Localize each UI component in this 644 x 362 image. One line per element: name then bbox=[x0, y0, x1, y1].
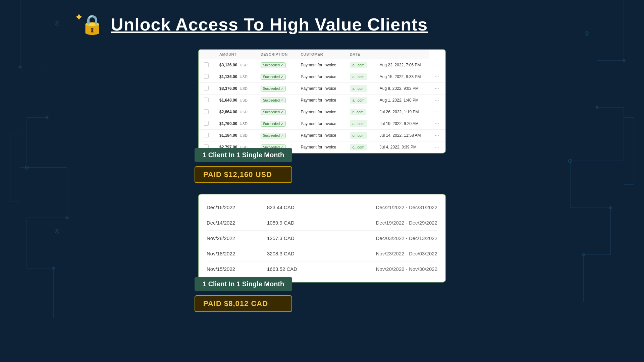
row-status: Succeeded ✓ bbox=[255, 83, 295, 95]
row-date: Jul 4, 2022, 8:39 PM bbox=[374, 141, 429, 153]
row-checkbox[interactable] bbox=[199, 130, 214, 141]
invoice-amount: 823.44 CAD bbox=[267, 204, 334, 210]
lock-icon: 🔒 bbox=[80, 14, 104, 35]
paid-label-2: PAID $8,012 CAD bbox=[195, 295, 292, 312]
row-customer: d...com bbox=[344, 130, 374, 141]
row-customer: a...com bbox=[344, 118, 374, 130]
row-checkbox[interactable] bbox=[199, 118, 214, 130]
row-more[interactable]: ··· bbox=[429, 106, 445, 118]
row-checkbox[interactable] bbox=[199, 106, 214, 118]
table-row: $1,184.00 USD Succeeded ✓ Payment for In… bbox=[199, 130, 445, 141]
row-more[interactable]: ··· bbox=[429, 59, 445, 71]
row-status: Succeeded ✓ bbox=[255, 130, 295, 141]
invoice-date: Dec/16/2022 bbox=[207, 204, 267, 210]
invoice-row: Nov/15/2022 1663.52 CAD Nov/20/2022 - No… bbox=[207, 261, 437, 277]
row-date: Aug 1, 2022, 1:40 PM bbox=[374, 95, 429, 106]
row-date: Jul 14, 2022, 11:58 AM bbox=[374, 130, 429, 141]
row-status: Succeeded ✓ bbox=[255, 71, 295, 83]
badge-group-1: 1 Client In 1 Single Month PAID $12,160 … bbox=[195, 148, 292, 183]
row-checkbox[interactable] bbox=[199, 71, 214, 83]
col-actions bbox=[374, 50, 429, 59]
row-more[interactable]: ··· bbox=[429, 71, 445, 83]
row-desc: Payment for Invoice bbox=[295, 141, 344, 153]
invoice-date: Nov/28/2022 bbox=[207, 235, 267, 241]
page-title: Unlock Access To High Value Clients bbox=[111, 14, 428, 35]
badge-group-2: 1 Client In 1 Single Month PAID $8,012 C… bbox=[195, 277, 292, 312]
row-amount: $1,184.00 USD bbox=[214, 130, 255, 141]
section-1: AMOUNT DESCRIPTION CUSTOMER DATE $3,136.… bbox=[198, 49, 446, 154]
section-2: Dec/16/2022 823.44 CAD Dec/21/2022 - Dec… bbox=[198, 194, 446, 283]
invoice-range: Dec/21/2022 - Dec/31/2022 bbox=[334, 204, 437, 210]
col-date: DATE bbox=[344, 50, 374, 59]
table-row: $1,760.00 USD Succeeded ✓ Payment for In… bbox=[199, 118, 445, 130]
invoice-row: Nov/28/2022 1257.3 CAD Dec/03/2022 - Dec… bbox=[207, 231, 437, 246]
row-desc: Payment for Invoice bbox=[295, 130, 344, 141]
invoice-range: Dec/03/2022 - Dec/13/2022 bbox=[334, 235, 437, 241]
invoice-date: Nov/15/2022 bbox=[207, 266, 267, 272]
col-description: DESCRIPTION bbox=[255, 50, 295, 59]
col-customer: CUSTOMER bbox=[295, 50, 344, 59]
table-row: $3,376.00 USD Succeeded ✓ Payment for In… bbox=[199, 83, 445, 95]
row-desc: Payment for Invoice bbox=[295, 59, 344, 71]
row-more[interactable]: ··· bbox=[429, 118, 445, 130]
client-label-2: 1 Client In 1 Single Month bbox=[195, 277, 292, 291]
row-more[interactable]: ··· bbox=[429, 83, 445, 95]
col-checkbox bbox=[199, 50, 214, 59]
row-amount: $1,760.00 USD bbox=[214, 118, 255, 130]
row-customer: r...com bbox=[344, 106, 374, 118]
row-date: Aug 9, 2022, 9:03 PM bbox=[374, 83, 429, 95]
table-row: $3,136.00 USD Succeeded ✓ Payment for In… bbox=[199, 59, 445, 71]
row-amount: $3,376.00 USD bbox=[214, 83, 255, 95]
invoice-range: Nov/20/2022 - Nov/30/2022 bbox=[334, 266, 437, 272]
table-row: $1,136.00 USD Succeeded ✓ Payment for In… bbox=[199, 71, 445, 83]
header: ✦ 🔒 Unlock Access To High Value Clients bbox=[80, 13, 428, 36]
row-more[interactable]: ··· bbox=[429, 141, 445, 153]
row-customer: c...com bbox=[344, 141, 374, 153]
invoice-amount: 1663.52 CAD bbox=[267, 266, 334, 272]
row-customer: a...com bbox=[344, 83, 374, 95]
row-checkbox[interactable] bbox=[199, 95, 214, 106]
invoice-date: Nov/18/2022 bbox=[207, 251, 267, 256]
invoice-row: Dec/16/2022 823.44 CAD Dec/21/2022 - Dec… bbox=[207, 200, 437, 215]
row-customer: a...com bbox=[344, 59, 374, 71]
payments-card: AMOUNT DESCRIPTION CUSTOMER DATE $3,136.… bbox=[198, 49, 446, 154]
row-status: Succeeded ✓ bbox=[255, 59, 295, 71]
row-desc: Payment for Invoice bbox=[295, 83, 344, 95]
row-desc: Payment for Invoice bbox=[295, 118, 344, 130]
paid-label-1: PAID $12,160 USD bbox=[195, 166, 292, 183]
lock-icon-wrapper: ✦ 🔒 bbox=[80, 13, 104, 36]
row-status: Succeeded ✓ bbox=[255, 106, 295, 118]
invoice-range: Dec/19/2022 - Dec/29/2022 bbox=[334, 220, 437, 226]
payments-table: AMOUNT DESCRIPTION CUSTOMER DATE $3,136.… bbox=[199, 50, 445, 153]
table-row: $1,648.00 USD Succeeded ✓ Payment for In… bbox=[199, 95, 445, 106]
row-amount: $2,864.00 USD bbox=[214, 106, 255, 118]
row-more[interactable]: ··· bbox=[429, 95, 445, 106]
row-customer: a...com bbox=[344, 95, 374, 106]
client-label-1: 1 Client In 1 Single Month bbox=[195, 148, 292, 162]
row-more[interactable]: ··· bbox=[429, 130, 445, 141]
row-amount: $1,136.00 USD bbox=[214, 71, 255, 83]
invoice-row: Nov/18/2022 3208.3 CAD Nov/23/2022 - Dec… bbox=[207, 246, 437, 261]
row-checkbox[interactable] bbox=[199, 59, 214, 71]
row-date: Aug 15, 2022, 8:33 PM bbox=[374, 71, 429, 83]
invoice-table: Dec/16/2022 823.44 CAD Dec/21/2022 - Dec… bbox=[207, 200, 437, 277]
invoice-date: Dec/14/2022 bbox=[207, 220, 267, 226]
row-status: Succeeded ✓ bbox=[255, 118, 295, 130]
invoice-row: Dec/14/2022 1059.9 CAD Dec/19/2022 - Dec… bbox=[207, 215, 437, 231]
row-amount: $1,648.00 USD bbox=[214, 95, 255, 106]
invoice-range: Nov/23/2022 - Dec/03/2022 bbox=[334, 251, 437, 256]
row-desc: Payment for Invoice bbox=[295, 95, 344, 106]
row-desc: Payment for Invoice bbox=[295, 71, 344, 83]
sections-container: AMOUNT DESCRIPTION CUSTOMER DATE $3,136.… bbox=[67, 49, 577, 283]
row-date: Aug 22, 2022, 7:06 PM bbox=[374, 59, 429, 71]
row-amount: $3,136.00 USD bbox=[214, 59, 255, 71]
invoice-card: Dec/16/2022 823.44 CAD Dec/21/2022 - Dec… bbox=[198, 194, 446, 283]
col-amount: AMOUNT bbox=[214, 50, 255, 59]
invoice-amount: 1059.9 CAD bbox=[267, 220, 334, 226]
table-row: $2,864.00 USD Succeeded ✓ Payment for In… bbox=[199, 106, 445, 118]
row-date: Jul 26, 2022, 1:19 PM bbox=[374, 106, 429, 118]
invoice-amount: 1257.3 CAD bbox=[267, 235, 334, 241]
row-desc: Payment for Invoice bbox=[295, 106, 344, 118]
row-checkbox[interactable] bbox=[199, 83, 214, 95]
row-customer: a...com bbox=[344, 71, 374, 83]
